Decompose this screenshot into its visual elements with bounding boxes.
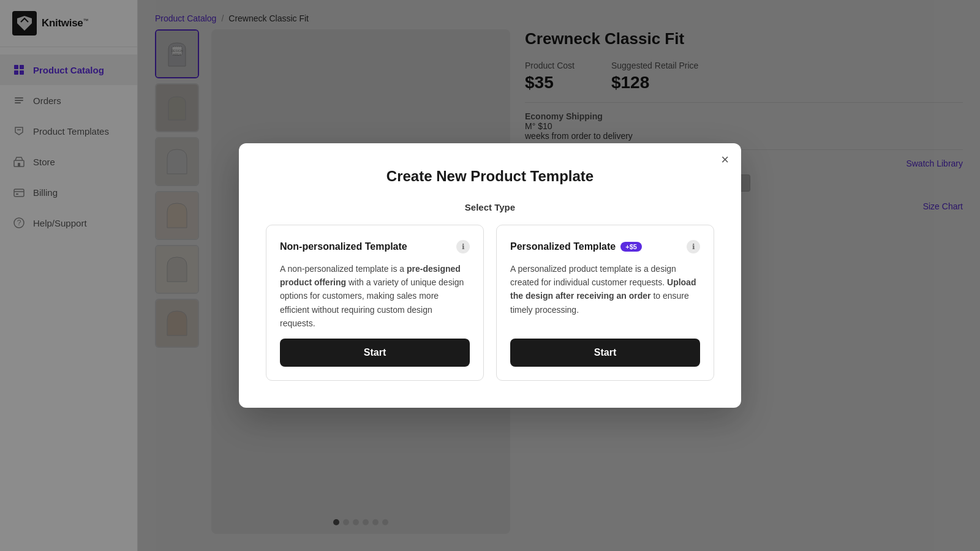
personalized-card-header: Personalized Template +$5 ℹ	[510, 240, 700, 253]
personalized-info-icon[interactable]: ℹ	[687, 240, 700, 253]
non-personalized-description: A non-personalized template is a pre-des…	[280, 262, 470, 331]
non-personalized-title: Non-personalized Template	[280, 241, 407, 252]
modal-overlay[interactable]: × Create New Product Template Select Typ…	[0, 0, 980, 551]
personalized-card: Personalized Template +$5 ℹ A personaliz…	[496, 225, 714, 381]
create-template-modal: × Create New Product Template Select Typ…	[239, 143, 741, 408]
modal-select-type-label: Select Type	[266, 202, 714, 212]
non-personalized-start-button[interactable]: Start	[280, 339, 470, 367]
modal-close-button[interactable]: ×	[721, 153, 729, 167]
personalized-price-badge: +$5	[620, 242, 642, 252]
personalized-description: A personalized product template is a des…	[510, 262, 700, 331]
non-personalized-info-icon[interactable]: ℹ	[456, 240, 470, 253]
non-personalized-card: Non-personalized Template ℹ A non-person…	[266, 225, 484, 381]
personalized-title-group: Personalized Template +$5	[510, 241, 642, 252]
modal-title: Create New Product Template	[266, 168, 714, 185]
personalized-title: Personalized Template	[510, 241, 616, 252]
non-personalized-card-header: Non-personalized Template ℹ	[280, 240, 470, 253]
modal-cards: Non-personalized Template ℹ A non-person…	[266, 225, 714, 381]
personalized-start-button[interactable]: Start	[510, 339, 700, 367]
